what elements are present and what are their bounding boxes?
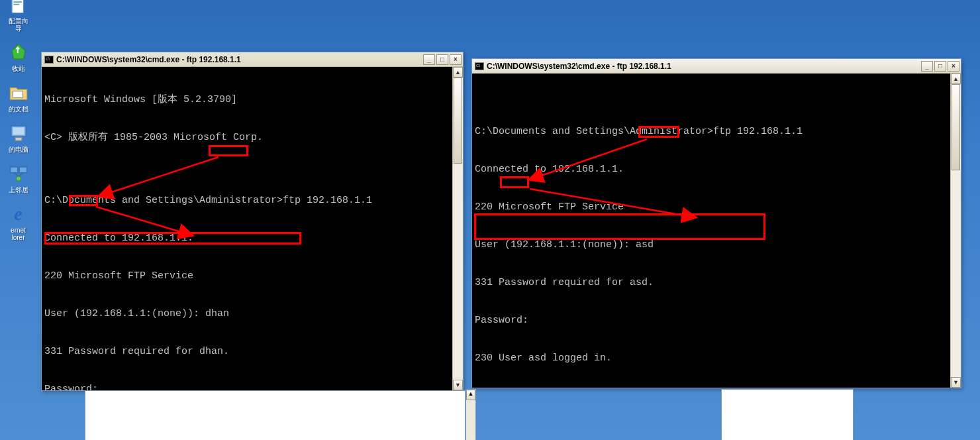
console-line: 331 Password required for dhan. [44, 345, 450, 358]
console-body[interactable]: Microsoft Windows [版本 5.2.3790] <C> 版权所有… [42, 67, 452, 390]
background-app-window [721, 389, 854, 440]
svg-point-10 [16, 176, 21, 182]
desktop-icon-label: 配置向 导 [9, 17, 28, 32]
console-line: Microsoft Windows [版本 5.2.3790] [44, 93, 450, 106]
scroll-track[interactable] [951, 84, 961, 377]
console-line: Connected to 192.168.1.1. [44, 232, 450, 245]
console-line: User (192.168.1.1:(none)): dhan [44, 307, 450, 320]
console-line: Password: [475, 314, 948, 327]
scroll-up-button[interactable]: ▲ [453, 67, 463, 78]
console-line: <C> 版权所有 1985-2003 Microsoft Corp. [44, 131, 450, 144]
scroll-down-button[interactable]: ▼ [453, 380, 463, 390]
svg-line-12 [19, 173, 24, 176]
cmd-icon: c\ [475, 62, 484, 70]
recycle-bin-icon [7, 41, 30, 64]
console-line: 220 Microsoft FTP Service [475, 201, 948, 213]
desktop-icon-internet-explorer[interactable]: e ernet lorer [1, 203, 35, 241]
scrollbar-vertical[interactable]: ▲ ▼ [950, 74, 961, 388]
close-button[interactable]: × [450, 54, 462, 65]
network-icon [7, 162, 30, 185]
console-line: C:\Documents and Settings\Administrator>… [44, 194, 450, 207]
cmd-window-left[interactable]: c\ C:\WINDOWS\system32\cmd.exe - ftp 192… [41, 52, 464, 391]
desktop-icon-label: ernet lorer [11, 227, 26, 241]
background-app-window [85, 390, 466, 440]
minimize-button[interactable]: _ [423, 54, 435, 65]
console-line: Password: [44, 383, 450, 390]
desktop-icon-config-wizard[interactable]: 配置向 导 [1, 0, 35, 32]
cmd-window-right[interactable]: c\ C:\WINDOWS\system32\cmd.exe - ftp 192… [471, 58, 961, 388]
scroll-thumb[interactable] [952, 84, 960, 170]
desktop-icon-network-neighborhood[interactable]: 上邻居 [1, 162, 35, 193]
window-title: C:\WINDOWS\system32\cmd.exe - ftp 192.16… [56, 55, 420, 64]
window-title: C:\WINDOWS\system32\cmd.exe - ftp 192.16… [487, 62, 918, 71]
scroll-up-button[interactable]: ▲ [466, 390, 475, 400]
maximize-button[interactable]: □ [436, 54, 448, 65]
folder-icon [7, 82, 30, 104]
cmd-icon: c\ [44, 56, 54, 64]
console-line: 220 Microsoft FTP Service [44, 270, 450, 282]
console-line: 230 User asd logged in. [475, 352, 948, 364]
desktop-icon-label: 的文档 [9, 105, 28, 113]
minimize-button[interactable]: _ [921, 61, 933, 72]
ie-icon: e [7, 203, 30, 225]
svg-rect-6 [13, 127, 24, 135]
desktop-icon-recycle-bin[interactable]: 收站 [1, 41, 35, 72]
close-button[interactable]: × [948, 61, 959, 72]
svg-rect-9 [19, 167, 26, 173]
titlebar[interactable]: c\ C:\WINDOWS\system32\cmd.exe - ftp 192… [472, 59, 961, 74]
console-line: Connected to 192.168.1.1. [475, 163, 948, 176]
svg-rect-2 [13, 1, 22, 3]
scrollbar-vertical[interactable]: ▲ ▼ [452, 67, 463, 390]
desktop-icons: 配置向 导 收站 的文档 的电脑 上邻居 e ernet lorer [0, 0, 36, 243]
console-body[interactable]: C:\Documents and Settings\Administrator>… [472, 74, 950, 388]
desktop-icon-label: 的电脑 [9, 146, 28, 153]
console-line: C:\Documents and Settings\Administrator>… [475, 125, 948, 138]
svg-rect-4 [13, 91, 23, 98]
document-icon [7, 0, 30, 16]
svg-rect-8 [10, 167, 17, 173]
svg-rect-3 [13, 4, 19, 5]
computer-icon [7, 122, 30, 144]
desktop-icon-my-computer[interactable]: 的电脑 [1, 122, 35, 153]
svg-rect-7 [15, 137, 22, 140]
scroll-thumb[interactable] [454, 78, 462, 164]
titlebar[interactable]: c\ C:\WINDOWS\system32\cmd.exe - ftp 192… [42, 52, 463, 67]
svg-line-11 [13, 173, 19, 176]
background-app-window: ▲ [466, 389, 476, 440]
desktop-icon-label: 收站 [12, 65, 25, 72]
scroll-up-button[interactable]: ▲ [951, 74, 961, 84]
scroll-down-button[interactable]: ▼ [951, 377, 961, 388]
console-line: 331 Password required for asd. [475, 276, 948, 289]
desktop-icon-my-documents[interactable]: 的文档 [1, 82, 35, 113]
scroll-track[interactable] [453, 78, 463, 380]
maximize-button[interactable]: □ [934, 61, 946, 72]
desktop-icon-label: 上邻居 [9, 186, 28, 193]
console-line: User (192.168.1.1:(none)): asd [475, 239, 948, 251]
